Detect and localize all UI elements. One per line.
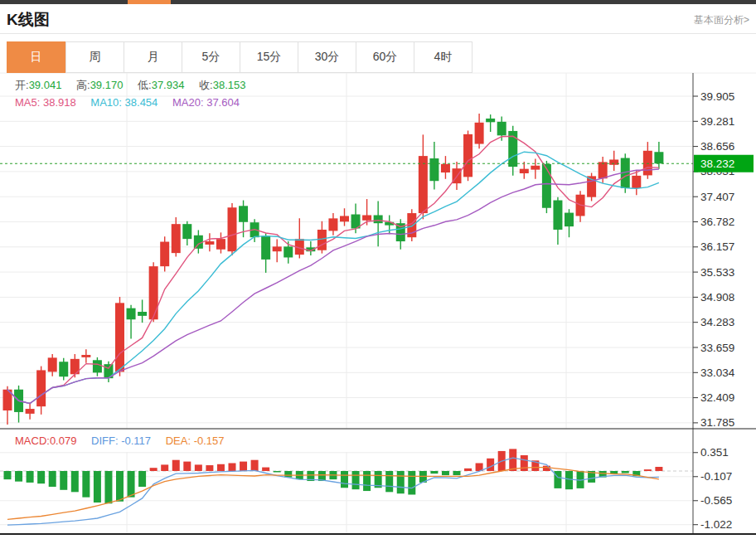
macd-bar: [229, 464, 236, 471]
macd-bar: [240, 462, 247, 471]
high-value: 39.170: [90, 79, 124, 91]
low-label: 低:: [138, 79, 152, 91]
macd-bar: [632, 471, 640, 476]
tab-5min[interactable]: 5分: [182, 42, 240, 72]
macd-bar: [363, 471, 371, 491]
tab-60min[interactable]: 60分: [356, 42, 414, 72]
candle-body: [520, 169, 529, 173]
macd-label: MACD:: [15, 435, 50, 447]
fundamental-analysis-link[interactable]: 基本面分析>: [694, 13, 749, 27]
candle-body: [396, 223, 405, 241]
macd-bar: [128, 471, 135, 498]
macd-bar: [554, 471, 561, 488]
macd-bar: [397, 471, 405, 493]
ma20-label: MA20:: [172, 96, 204, 109]
candle-body: [36, 370, 46, 406]
main-axis-label: 34.908: [700, 291, 734, 303]
main-axis-label: 37.407: [700, 191, 734, 203]
candle-body: [216, 239, 225, 250]
macd-bar: [49, 471, 56, 487]
main-axis-label: 33.034: [700, 367, 735, 379]
macd-bar: [37, 471, 45, 483]
low-value: 37.934: [152, 79, 185, 91]
macd-bar: [27, 471, 34, 483]
macd-bar: [565, 471, 573, 489]
macd-bar: [543, 466, 550, 471]
candle-body: [194, 236, 203, 249]
main-axis-label: 31.785: [700, 416, 734, 429]
macd-bar: [183, 462, 191, 471]
candle-body: [48, 357, 57, 371]
macd-bar: [284, 471, 292, 478]
macd-bar: [588, 471, 595, 483]
tab-week[interactable]: 周: [65, 42, 124, 72]
tab-4hour[interactable]: 4时: [414, 42, 472, 72]
macd-bar: [352, 471, 360, 489]
dea-label: DEA:: [166, 435, 191, 447]
macd-bar: [419, 471, 427, 483]
macd-bar: [487, 459, 494, 471]
candle-body: [407, 213, 416, 237]
macd-bar: [274, 471, 281, 473]
candle-body: [104, 364, 113, 378]
macd-bar: [476, 464, 483, 471]
main-axis-label: 38.031: [700, 165, 734, 177]
macd-bar: [329, 471, 337, 479]
candle-body: [284, 246, 293, 257]
candle-body: [475, 123, 484, 144]
ma20-line: [7, 169, 659, 404]
close-label: 收:: [199, 79, 213, 91]
candle-body: [149, 266, 158, 319]
header-divider: [0, 33, 756, 34]
tab-day[interactable]: 日: [7, 41, 65, 73]
diff-line: [7, 458, 659, 525]
open-value: 39.041: [29, 79, 62, 91]
current-price-badge: [694, 155, 754, 172]
candle-body: [261, 236, 270, 260]
diff-value: -0.117: [121, 435, 151, 447]
current-price-badge-value: 38.232: [700, 158, 734, 170]
candle-body: [632, 176, 641, 188]
page-title: K线图: [7, 9, 50, 31]
macd-bar: [195, 464, 202, 471]
top-scrollbar-thumb[interactable]: [128, 0, 171, 4]
candle-body: [59, 362, 68, 376]
main-axis-label: 34.283: [700, 316, 734, 328]
candle-body: [587, 176, 596, 197]
macd-bar: [577, 471, 584, 488]
tab-30min[interactable]: 30分: [298, 42, 356, 72]
macd-bar: [262, 468, 269, 471]
candle-body: [182, 224, 191, 239]
macd-axis-label: -0.565: [700, 494, 732, 507]
candle-body: [14, 390, 23, 412]
main-axis-label: 36.782: [700, 216, 734, 228]
candle-body: [317, 230, 327, 250]
candle-body: [295, 239, 304, 255]
candle-body: [486, 119, 495, 122]
candle-body: [172, 224, 181, 253]
candle-body: [205, 241, 214, 245]
main-axis-label: 38.656: [700, 140, 734, 153]
macd-bar: [150, 468, 158, 471]
candle-body: [565, 213, 574, 227]
macd-bar: [509, 449, 516, 471]
ma5-line: [7, 136, 659, 403]
tab-15min[interactable]: 15分: [240, 42, 298, 72]
candle-body: [576, 195, 585, 216]
top-scrollbar[interactable]: [0, 0, 756, 4]
macd-axis-label: -1.022: [700, 518, 732, 531]
ma10-line: [7, 152, 659, 403]
candle-body: [93, 360, 102, 372]
macd-bar: [217, 464, 225, 471]
macd-bar: [385, 471, 393, 492]
macd-bar: [655, 467, 662, 471]
candle-body: [81, 355, 90, 357]
macd-bar: [453, 471, 461, 475]
dea-value: -0.157: [194, 435, 225, 447]
diff-label: DIFF:: [91, 435, 119, 447]
macd-bar: [60, 471, 67, 490]
candle-body: [453, 168, 462, 183]
ohlc-legend: 开:39.041 高:39.170 低:37.934 收:38.153: [15, 78, 257, 93]
ma-legend: MA5: 38.918 MA10: 38.454 MA20: 37.604: [15, 96, 251, 109]
tab-month[interactable]: 月: [124, 42, 182, 72]
